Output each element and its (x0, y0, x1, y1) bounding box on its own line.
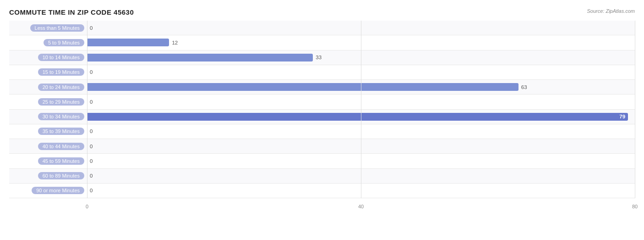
bar-track: 12 (87, 35, 635, 50)
bar-label-pill: Less than 5 Minutes (30, 24, 84, 32)
x-tick-label: 80 (632, 204, 638, 209)
bar-label-pill: 90 or more Minutes (32, 187, 84, 194)
bar-row: 15 to 19 Minutes0 (9, 65, 635, 80)
bar-track: 0 (87, 65, 635, 79)
bar-value-label: 0 (90, 158, 93, 164)
bar-fill (87, 39, 169, 46)
chart-title: COMMUTE TIME IN ZIP CODE 45630 (9, 8, 134, 16)
bar-label-pill: 30 to 34 Minutes (38, 113, 84, 120)
bar-value-label: 79 (619, 114, 625, 119)
bar-track: 0 (87, 21, 635, 35)
bar-label: 15 to 19 Minutes (9, 68, 87, 76)
bar-row: 20 to 24 Minutes63 (9, 80, 635, 95)
bar-label: 60 to 89 Minutes (9, 172, 87, 179)
bar-track: 0 (87, 154, 635, 168)
bar-label-pill: 60 to 89 Minutes (38, 172, 84, 179)
bar-value-label: 0 (90, 188, 93, 193)
chart-header: COMMUTE TIME IN ZIP CODE 45630 Source: Z… (9, 8, 635, 16)
bar-fill: 79 (87, 113, 628, 121)
bar-label-pill: 10 to 14 Minutes (38, 54, 84, 61)
bar-row: 25 to 29 Minutes0 (9, 95, 635, 109)
bar-label: 5 to 9 Minutes (9, 39, 87, 46)
bar-fill (87, 54, 313, 61)
bar-row: 40 to 44 Minutes0 (9, 139, 635, 154)
grid-line (635, 21, 635, 198)
bar-label: 35 to 39 Minutes (9, 128, 87, 135)
bar-row: 5 to 9 Minutes12 (9, 35, 635, 50)
bar-label-pill: 20 to 24 Minutes (38, 84, 84, 91)
bar-label: 25 to 29 Minutes (9, 98, 87, 106)
bar-label: Less than 5 Minutes (9, 24, 87, 32)
bar-track: 0 (87, 139, 635, 153)
bar-value-label: 0 (90, 144, 93, 149)
bar-label-pill: 25 to 29 Minutes (38, 98, 84, 106)
bar-label-pill: 15 to 19 Minutes (38, 68, 84, 76)
bar-value-label: 0 (90, 25, 93, 31)
bar-value-label: 0 (90, 128, 93, 134)
bar-label: 20 to 24 Minutes (9, 84, 87, 91)
bar-track: 0 (87, 124, 635, 139)
bar-row: 35 to 39 Minutes0 (9, 124, 635, 139)
bar-value-label: 0 (90, 99, 93, 105)
bar-fill (87, 83, 518, 91)
bars-area: Less than 5 Minutes05 to 9 Minutes1210 t… (9, 21, 635, 198)
chart-source: Source: ZipAtlas.com (587, 8, 635, 14)
bar-label: 30 to 34 Minutes (9, 113, 87, 120)
x-tick-label: 0 (86, 204, 88, 209)
bar-track: 79 (87, 110, 635, 124)
bar-value-label: 12 (172, 40, 178, 45)
bar-row: Less than 5 Minutes0 (9, 21, 635, 35)
bar-track: 63 (87, 80, 635, 94)
bar-label: 10 to 14 Minutes (9, 54, 87, 61)
bar-label-pill: 35 to 39 Minutes (38, 128, 84, 135)
bar-label-pill: 40 to 44 Minutes (38, 143, 84, 150)
bar-value-label: 63 (521, 84, 527, 90)
bar-row: 45 to 59 Minutes0 (9, 154, 635, 168)
bar-row: 10 to 14 Minutes33 (9, 50, 635, 65)
bar-label: 40 to 44 Minutes (9, 143, 87, 150)
bar-row: 30 to 34 Minutes79 (9, 110, 635, 124)
chart-body: Less than 5 Minutes05 to 9 Minutes1210 t… (9, 21, 635, 211)
bar-track: 0 (87, 95, 635, 109)
bar-track: 0 (87, 184, 635, 198)
bar-label: 90 or more Minutes (9, 187, 87, 194)
bar-value-label: 0 (90, 69, 93, 75)
bar-track: 0 (87, 169, 635, 183)
x-axis: 04080 (87, 198, 635, 211)
bar-label-pill: 45 to 59 Minutes (38, 157, 84, 165)
bar-row: 60 to 89 Minutes0 (9, 169, 635, 184)
bar-label: 45 to 59 Minutes (9, 157, 87, 165)
bar-row: 90 or more Minutes0 (9, 184, 635, 198)
chart-container: COMMUTE TIME IN ZIP CODE 45630 Source: Z… (0, 0, 644, 240)
bar-value-label: 0 (90, 173, 93, 179)
bar-track: 33 (87, 50, 635, 65)
bar-value-label: 33 (316, 55, 322, 60)
x-tick-label: 40 (358, 204, 364, 209)
bar-label-pill: 5 to 9 Minutes (44, 39, 84, 46)
